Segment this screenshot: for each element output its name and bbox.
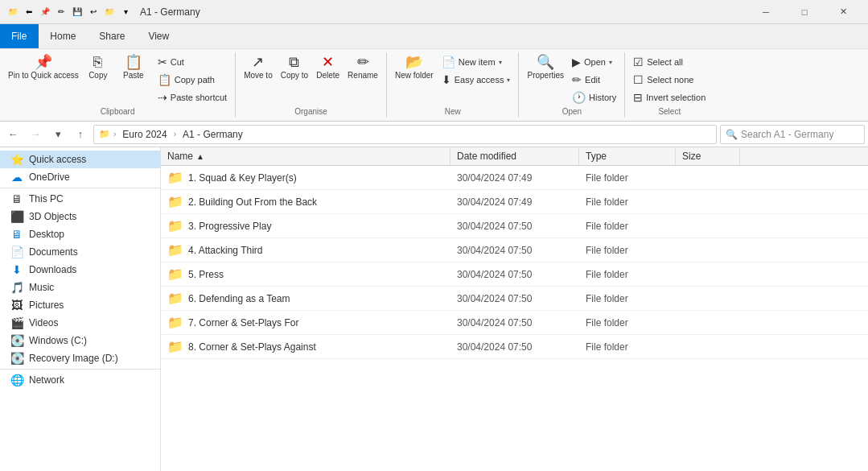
tab-file[interactable]: File (0, 24, 39, 48)
address-bar[interactable]: 📁 › Euro 2024 › A1 - Germany (93, 125, 717, 144)
table-row[interactable]: 📁 4. Attacking Third 30/04/2024 07:50 Fi… (161, 238, 868, 262)
new-folder-button[interactable]: 📂 New folder (392, 52, 437, 82)
col-header-type[interactable]: Type (579, 147, 676, 165)
cell-date: 30/04/2024 07:49 (450, 195, 579, 209)
cell-date: 30/04/2024 07:50 (450, 267, 579, 282)
sidebar-item-pictures[interactable]: 🖼 Pictures (0, 296, 160, 314)
table-row[interactable]: 📁 3. Progressive Play 30/04/2024 07:50 F… (161, 214, 868, 238)
sidebar-item-downloads[interactable]: ⬇ Downloads (0, 261, 160, 279)
drive-c-icon: 💽 (10, 334, 24, 347)
drive-d-icon: 💽 (10, 352, 24, 365)
forward-button[interactable]: → (26, 125, 45, 144)
sidebar-item-recovery-d[interactable]: 💽 Recovery Image (D:) (0, 349, 160, 367)
file-column-headers: Name ▲ Date modified Type Size (161, 147, 868, 166)
folder2-icon[interactable]: 📁 (103, 6, 116, 19)
address-segment-euro2024[interactable]: Euro 2024 (119, 127, 170, 142)
ribbon-content: 📌 Pin to Quick access ⎘ Copy 📋 Paste (0, 48, 868, 121)
paste-shortcut-button[interactable]: ⇢ Paste shortcut (154, 89, 230, 105)
select-none-button[interactable]: ☐ Select none (630, 72, 709, 88)
minimize-button[interactable]: ─ (747, 0, 784, 24)
new-item-icon: 📄 (442, 56, 455, 68)
pin-to-quick-access-button[interactable]: 📌 Pin to Quick access (5, 52, 82, 82)
nav-bar: ← → ▾ ↑ 📁 › Euro 2024 › A1 - Germany 🔍 S… (0, 122, 868, 147)
cell-size (676, 321, 740, 324)
sidebar-label-network: Network (29, 374, 64, 386)
table-row[interactable]: 📁 2. Building Out From the Back 30/04/20… (161, 190, 868, 214)
cut-icon: ✂ (158, 56, 167, 68)
music-icon: 🎵 (10, 281, 24, 294)
tab-home[interactable]: Home (39, 24, 88, 48)
col-header-name[interactable]: Name ▲ (161, 147, 450, 165)
undo-icon[interactable]: ↩ (87, 6, 100, 19)
copy-path-icon: 📋 (158, 73, 171, 86)
delete-button[interactable]: ✕ Delete (313, 52, 343, 82)
invert-icon: ⊟ (633, 91, 643, 104)
cell-date: 30/04/2024 07:50 (450, 243, 579, 258)
copy-to-button[interactable]: ⧉ Copy to (278, 52, 311, 82)
edit-button[interactable]: ✏ Edit (569, 72, 619, 88)
sidebar-item-desktop[interactable]: 🖥 Desktop (0, 225, 160, 243)
sidebar-item-network[interactable]: 🌐 Network (0, 371, 160, 389)
tab-view[interactable]: View (137, 24, 181, 48)
cut-button[interactable]: ✂ Cut (154, 54, 230, 70)
desktop-icon: 🖥 (10, 228, 24, 241)
downloads-icon: ⬇ (10, 263, 24, 276)
paste-shortcut-icon: ⇢ (158, 91, 167, 104)
properties-button[interactable]: 🔍 Properties (524, 52, 567, 82)
sidebar-divider-2 (0, 369, 160, 370)
back-button[interactable]: ← (3, 125, 23, 144)
rename-button[interactable]: ✏ Rename (344, 52, 381, 82)
copy-path-button[interactable]: 📋 Copy path (154, 72, 230, 88)
select-all-icon: ☑ (633, 56, 644, 68)
cell-name: 📁 2. Building Out From the Back (161, 192, 450, 211)
quick-access-icon: ✏ (55, 6, 68, 19)
search-bar[interactable]: 🔍 Search A1 - Germany (720, 125, 865, 144)
new-group-label: New (392, 105, 514, 118)
open-group-label: Open (524, 105, 619, 118)
sidebar-item-3d-objects[interactable]: ⬛ 3D Objects (0, 208, 160, 225)
copy-button[interactable]: ⎘ Copy (84, 52, 113, 82)
sidebar-item-videos[interactable]: 🎬 Videos (0, 314, 160, 332)
select-all-button[interactable]: ☑ Select all (630, 54, 709, 70)
videos-icon: 🎬 (10, 316, 24, 329)
tab-share[interactable]: Share (88, 24, 137, 48)
folder-icon: 📁 (167, 194, 183, 209)
move-to-button[interactable]: ↗ Move to (241, 52, 276, 82)
easy-access-button[interactable]: ⬇ Easy access ▾ (438, 72, 514, 88)
new-group: 📂 New folder 📄 New item ▾ ⬇ Easy access … (387, 52, 520, 118)
pin-icon: 📌 (39, 6, 51, 19)
close-button[interactable]: ✕ (825, 0, 862, 24)
up-button[interactable]: ↑ (71, 125, 90, 144)
sidebar-divider-1 (0, 188, 160, 188)
sidebar-item-this-pc[interactable]: 🖥 This PC (0, 190, 160, 208)
history-button[interactable]: 🕐 History (569, 89, 619, 105)
paste-button[interactable]: 📋 Paste (114, 52, 153, 82)
open-arrow: ▾ (609, 59, 612, 66)
select-none-icon: ☐ (633, 73, 644, 86)
new-item-button[interactable]: 📄 New item ▾ (438, 54, 514, 70)
sidebar-item-onedrive[interactable]: ☁ OneDrive (0, 168, 160, 186)
save-icon[interactable]: 💾 (71, 6, 84, 19)
sidebar-item-windows-c[interactable]: 💽 Windows (C:) (0, 332, 160, 349)
copy-label: Copy (88, 71, 107, 81)
sidebar-item-documents[interactable]: 📄 Documents (0, 243, 160, 261)
cell-date: 30/04/2024 07:50 (450, 219, 579, 233)
copyto-icon: ⧉ (289, 55, 299, 69)
select-all-label: Select all (647, 57, 683, 67)
sidebar-item-quick-access[interactable]: ⭐ Quick access (0, 151, 160, 168)
table-row[interactable]: 📁 1. Squad & Key Player(s) 30/04/2024 07… (161, 166, 868, 190)
invert-selection-button[interactable]: ⊟ Invert selection (630, 89, 709, 105)
table-row[interactable]: 📁 6. Defending as a Team 30/04/2024 07:5… (161, 287, 868, 311)
down-arrow-icon[interactable]: ▾ (119, 6, 132, 19)
sidebar-item-music[interactable]: 🎵 Music (0, 279, 160, 296)
table-row[interactable]: 📁 5. Press 30/04/2024 07:50 File folder (161, 262, 868, 287)
maximize-button[interactable]: □ (786, 0, 823, 24)
table-row[interactable]: 📁 8. Corner & Set-Plays Against 30/04/20… (161, 335, 868, 359)
address-segment-a1[interactable]: A1 - Germany (179, 127, 246, 142)
copy-to-label: Copy to (281, 71, 308, 81)
col-header-size[interactable]: Size (676, 147, 740, 165)
col-header-date[interactable]: Date modified (450, 147, 579, 165)
open-button[interactable]: ▶ Open ▾ (569, 54, 619, 70)
table-row[interactable]: 📁 7. Corner & Set-Plays For 30/04/2024 0… (161, 311, 868, 335)
recent-locations-button[interactable]: ▾ (48, 125, 68, 144)
